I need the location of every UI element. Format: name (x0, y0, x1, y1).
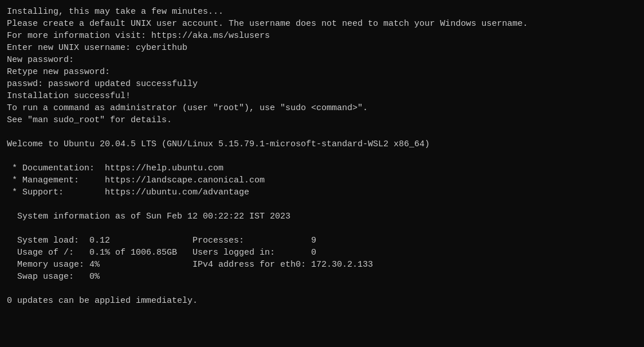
terminal-line: Swap usage: 0% (7, 271, 637, 283)
terminal-line: Memory usage: 4% IPv4 address for eth0: … (7, 259, 637, 271)
terminal-line: * Management: https://landscape.canonica… (7, 174, 637, 186)
terminal-line: System information as of Sun Feb 12 00:2… (7, 210, 637, 223)
terminal-line: Retype new password: (7, 66, 637, 78)
terminal-line: 0 updates can be applied immediately. (7, 295, 637, 307)
terminal-line: System load: 0.12 Processes: 9 (7, 235, 637, 247)
terminal-line (7, 150, 637, 162)
terminal-line: Installation successful! (7, 90, 637, 102)
terminal-line: Welcome to Ubuntu 20.04.5 LTS (GNU/Linux… (7, 138, 637, 150)
terminal-window[interactable]: Installing, this may take a few minutes.… (0, 0, 644, 347)
terminal-line: * Support: https://ubuntu.com/advantage (7, 186, 637, 198)
terminal-line (7, 198, 637, 210)
terminal-line: * Documentation: https://help.ubuntu.com (7, 162, 637, 174)
terminal-line: Installing, this may take a few minutes.… (7, 6, 637, 18)
terminal-line: See "man sudo_root" for details. (7, 114, 637, 126)
terminal-line: passwd: password updated successfully (7, 78, 637, 90)
terminal-line: To run a command as administrator (user … (7, 102, 637, 114)
terminal-line (7, 223, 637, 235)
terminal-line: Please create a default UNIX user accoun… (7, 18, 637, 30)
terminal-line: Usage of /: 0.1% of 1006.85GB Users logg… (7, 247, 637, 259)
terminal-line: New password: (7, 54, 637, 66)
terminal-line: Enter new UNIX username: cyberithub (7, 42, 637, 54)
terminal-line (7, 126, 637, 138)
terminal-line (7, 283, 637, 295)
terminal-line: For more information visit: https://aka.… (7, 30, 637, 42)
